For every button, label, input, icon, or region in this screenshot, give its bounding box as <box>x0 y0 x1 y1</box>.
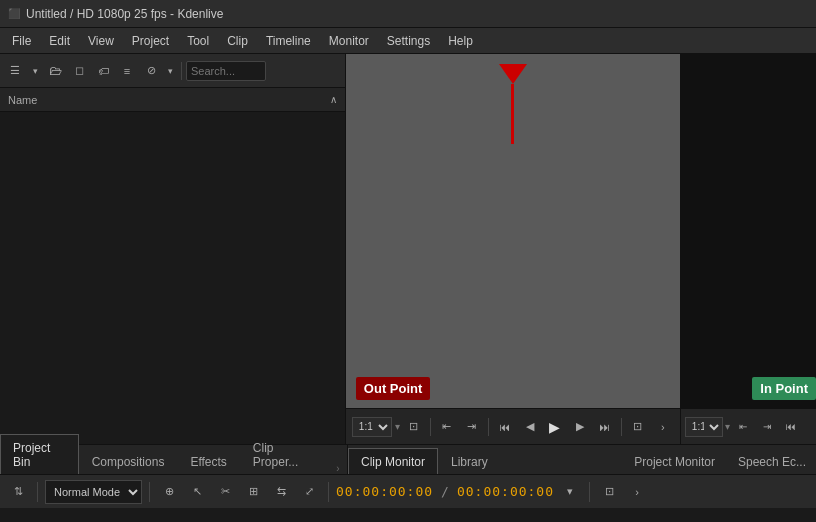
main-content: ☰ ▾ 🗁 ◻ 🏷 ≡ ⊘ ▾ Name ∧ <box>0 54 816 444</box>
resize-button[interactable]: ⤢ <box>297 480 321 504</box>
clip-props-button[interactable]: ◻ <box>68 60 90 82</box>
toolbar-sep2 <box>149 482 150 502</box>
arrow-line <box>511 84 514 144</box>
tab-project-monitor[interactable]: Project Monitor <box>621 448 728 474</box>
menu-item-help[interactable]: Help <box>440 31 481 51</box>
menu-item-file[interactable]: File <box>4 31 39 51</box>
menu-item-monitor[interactable]: Monitor <box>321 31 377 51</box>
project-zoom-select[interactable]: 1:1 <box>685 417 723 437</box>
add-track-button[interactable]: ⊕ <box>157 480 181 504</box>
menu-item-tool[interactable]: Tool <box>179 31 217 51</box>
arrow-indicator <box>499 64 527 144</box>
clip-controls: 1:1 1:2 2:1 ▾ ⊡ ⇤ ⇥ ⏮ ◀ ▶ ▶ ⏭ ⊡ › <box>346 408 680 444</box>
tab-effects[interactable]: Effects <box>177 448 239 474</box>
mode-select[interactable]: Normal Mode <box>45 480 142 504</box>
toolbar-sep3 <box>328 482 329 502</box>
folder-button[interactable]: 🗁 <box>44 60 66 82</box>
menu-item-edit[interactable]: Edit <box>41 31 78 51</box>
timecode-total: 00:00:00:00 <box>457 484 554 499</box>
arrow-head <box>499 64 527 84</box>
controls-separator <box>430 418 431 436</box>
timecode-current: 00:00:00:00 <box>336 484 433 499</box>
proj-zoom-arrow: ▾ <box>725 421 730 432</box>
clip-preview: Out Point <box>346 54 680 408</box>
app-icon: ⬛ <box>8 8 20 19</box>
in-point-label: In Point <box>752 377 816 400</box>
proj-rewind-button[interactable]: ⏮ <box>780 416 802 438</box>
zoom-dropdown-arrow: ▾ <box>395 421 400 432</box>
more-options-button[interactable]: › <box>625 480 649 504</box>
clip-mark-in-button[interactable]: ⇤ <box>436 416 458 438</box>
clip-fullscreen-button[interactable]: ⊡ <box>403 416 425 438</box>
proj-mark-out-button[interactable]: ⇥ <box>756 416 778 438</box>
menu-item-project[interactable]: Project <box>124 31 177 51</box>
clip-prev-frame-button[interactable]: ◀ <box>519 416 541 438</box>
filter-dropdown[interactable]: ▾ <box>163 60 177 82</box>
tag-button[interactable]: 🏷 <box>92 60 114 82</box>
bin-header: Name ∧ <box>0 88 345 112</box>
slip-button[interactable]: ⇆ <box>269 480 293 504</box>
clip-mark-out-button[interactable]: ⇥ <box>461 416 483 438</box>
toolbar-sep4 <box>589 482 590 502</box>
menubar: FileEditViewProjectToolClipTimelineMonit… <box>0 28 816 54</box>
clip-loop-button[interactable]: ⊡ <box>627 416 649 438</box>
menu-item-timeline[interactable]: Timeline <box>258 31 319 51</box>
add-clip-button[interactable]: ☰ <box>4 60 26 82</box>
clip-next-frame-button[interactable]: ▶ <box>569 416 591 438</box>
menu-item-settings[interactable]: Settings <box>379 31 438 51</box>
tabs-arrow[interactable]: › <box>329 463 347 474</box>
center-panel: Out Point 1:1 1:2 2:1 ▾ ⊡ ⇤ ⇥ ⏮ ◀ ▶ ▶ ⏭ … <box>346 54 681 444</box>
menu-item-clip[interactable]: Clip <box>219 31 256 51</box>
project-controls: 1:1 ▾ ⇤ ⇥ ⏮ <box>681 408 816 444</box>
project-preview: In Point <box>681 54 816 408</box>
menu-item-view[interactable]: View <box>80 31 122 51</box>
left-tabs: Project Bin Compositions Effects Clip Pr… <box>0 445 348 474</box>
cut-button[interactable]: ✂ <box>213 480 237 504</box>
tab-project-bin[interactable]: Project Bin <box>0 434 79 474</box>
bottom-toolbar: ⇅ Normal Mode ⊕ ↖ ✂ ⊞ ⇆ ⤢ 00:00:00:00 / … <box>0 474 816 508</box>
toolbar-sep1 <box>37 482 38 502</box>
tab-speech-editor[interactable]: Speech Ec... <box>728 449 816 474</box>
proj-mark-in-button[interactable]: ⇤ <box>732 416 754 438</box>
spacer-button[interactable]: ⊞ <box>241 480 265 504</box>
search-input[interactable] <box>186 61 266 81</box>
tab-compositions[interactable]: Compositions <box>79 448 178 474</box>
tab-clip-properties[interactable]: Clip Proper... <box>240 434 329 474</box>
right-panel: In Point 1:1 ▾ ⇤ ⇥ ⏮ <box>681 54 816 444</box>
tabs-row: Project Bin Compositions Effects Clip Pr… <box>0 444 816 474</box>
clip-rewind-button[interactable]: ⏮ <box>494 416 516 438</box>
tab-library[interactable]: Library <box>438 448 501 474</box>
sort-icon[interactable]: ∧ <box>330 94 337 105</box>
toolbar-separator <box>181 62 182 80</box>
clip-zoom-select[interactable]: 1:1 1:2 2:1 <box>352 417 392 437</box>
clip-play-button[interactable]: ▶ <box>544 416 566 438</box>
monitor-toggle-button[interactable]: ⊡ <box>597 480 621 504</box>
bin-content <box>0 112 345 444</box>
titlebar: ⬛ Untitled / HD 1080p 25 fps - Kdenlive <box>0 0 816 28</box>
track-settings-button[interactable]: ⇅ <box>6 480 30 504</box>
out-point-label: Out Point <box>356 377 431 400</box>
controls-separator2 <box>488 418 489 436</box>
tab-clip-monitor[interactable]: Clip Monitor <box>348 448 438 474</box>
left-panel: ☰ ▾ 🗁 ◻ 🏷 ≡ ⊘ ▾ Name ∧ <box>0 54 346 444</box>
right-tabs: Clip Monitor Library Project Monitor Spe… <box>348 445 816 474</box>
title-text: Untitled / HD 1080p 25 fps - Kdenlive <box>26 7 223 21</box>
list-view-button[interactable]: ≡ <box>116 60 138 82</box>
filter-button[interactable]: ⊘ <box>140 60 162 82</box>
controls-separator3 <box>621 418 622 436</box>
name-header: Name <box>8 94 37 106</box>
bin-toolbar: ☰ ▾ 🗁 ◻ 🏷 ≡ ⊘ ▾ <box>0 54 345 88</box>
add-clip-dropdown[interactable]: ▾ <box>28 60 42 82</box>
selection-button[interactable]: ↖ <box>185 480 209 504</box>
timecode-dropdown[interactable]: ▾ <box>558 480 582 504</box>
clip-forward-button[interactable]: ⏭ <box>594 416 616 438</box>
bottom-section: Project Bin Compositions Effects Clip Pr… <box>0 444 816 508</box>
timecode-separator: / <box>441 484 449 499</box>
clip-more-button[interactable]: › <box>652 416 674 438</box>
